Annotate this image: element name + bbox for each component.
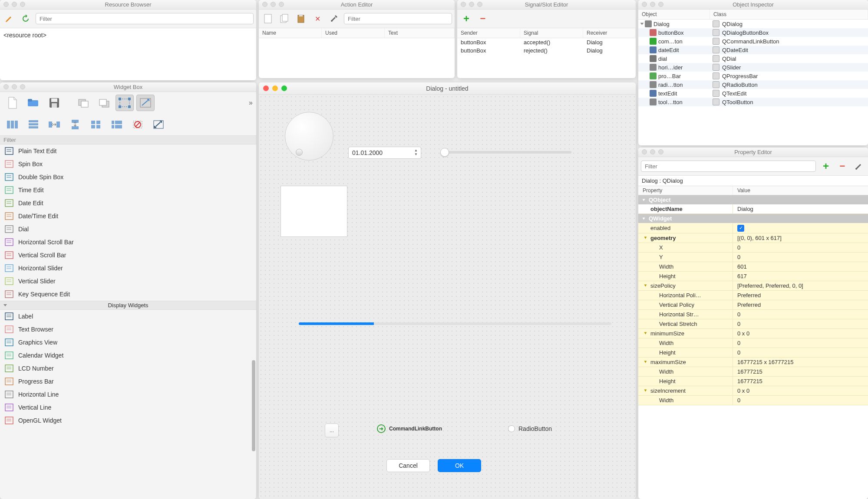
col-value[interactable]: Value [733, 186, 868, 195]
property-row[interactable]: Height16777215 [638, 377, 868, 386]
scrollbar-thumb[interactable] [252, 360, 255, 451]
adjust-size-icon[interactable] [149, 116, 168, 133]
progress-bar-widget[interactable] [299, 322, 611, 325]
property-row[interactable]: Vertical PolicyPreferred [638, 300, 868, 310]
layout-vertical-icon[interactable] [24, 116, 43, 133]
property-filter-input[interactable] [641, 161, 816, 172]
property-row[interactable]: Horizontal Str…0 [638, 310, 868, 319]
widget-item[interactable]: Horizontal Scroll Bar [0, 236, 256, 249]
window-traffic-lights[interactable] [262, 2, 284, 7]
col-receiver[interactable]: Receiver [583, 28, 636, 38]
widget-item[interactable]: Label [0, 310, 256, 323]
widget-item[interactable]: Plain Text Edit [0, 144, 256, 158]
object-row[interactable]: textEditQTextEdit [638, 89, 868, 98]
property-row[interactable]: Vertical Stretch0 [638, 319, 868, 329]
window-traffic-lights[interactable] [3, 2, 25, 7]
property-row[interactable]: Horizontal Poli…Preferred [638, 291, 868, 300]
col-sender[interactable]: Sender [457, 28, 520, 38]
widget-item[interactable]: OpenGL Widget [0, 414, 256, 427]
property-row[interactable]: Width16777215 [638, 367, 868, 377]
widget-item[interactable]: Progress Bar [0, 375, 256, 388]
window-traffic-lights[interactable] [3, 84, 25, 89]
object-row[interactable]: buttonBoxQDialogButtonBox [638, 28, 868, 37]
window-traffic-lights[interactable] [461, 2, 482, 7]
overflow-chevron-icon[interactable]: » [249, 99, 253, 107]
group-qobject[interactable]: QObject [638, 195, 868, 204]
delete-action-icon[interactable]: ✕ [311, 12, 324, 25]
refresh-icon[interactable] [19, 12, 32, 25]
stack-back-icon[interactable] [74, 95, 92, 111]
slider-thumb[interactable] [440, 148, 449, 157]
form-surface[interactable]: 01.01.2000 ▲▼ ... ➜ CommandLinkButton Ra… [259, 95, 636, 499]
remove-connection-icon[interactable]: − [476, 12, 489, 25]
ok-button[interactable]: OK [438, 459, 481, 472]
col-name[interactable]: Name [259, 28, 322, 38]
widget-item[interactable]: Date/Time Edit [0, 210, 256, 223]
remove-dynamic-property-icon[interactable]: − [836, 160, 849, 173]
property-row[interactable]: sizePolicy[Preferred, Preferred, 0, 0] [638, 281, 868, 291]
widget-item[interactable]: Key Sequence Edit [0, 288, 256, 301]
property-row[interactable]: Y0 [638, 253, 868, 262]
object-row[interactable]: hori…iderQSlider [638, 63, 868, 72]
widget-item[interactable]: Time Edit [0, 184, 256, 197]
date-stepper[interactable]: ▲▼ [413, 148, 419, 156]
property-row[interactable]: Width0 [638, 338, 868, 348]
radio-button-widget[interactable]: RadioButton [508, 425, 552, 432]
break-layout-icon[interactable] [129, 116, 147, 133]
text-edit-widget[interactable] [281, 186, 347, 237]
object-row[interactable]: radi…ttonQRadioButton [638, 80, 868, 89]
layout-form-icon[interactable] [108, 116, 126, 133]
configure-icon[interactable] [852, 160, 865, 173]
object-row[interactable]: com…tonQCommandLinkButton [638, 37, 868, 46]
group-qwidget[interactable]: QWidget [638, 214, 868, 223]
window-traffic-lights[interactable] [642, 2, 663, 7]
property-row[interactable]: Width0 [638, 396, 868, 405]
widget-item[interactable]: Dial [0, 223, 256, 236]
widget-item[interactable]: Vertical Slider [0, 275, 256, 288]
property-row[interactable]: sizeIncrement0 x 0 [638, 386, 868, 396]
col-text[interactable]: Text [385, 28, 455, 38]
property-row[interactable]: Width601 [638, 262, 868, 272]
widget-item[interactable]: LCD Number [0, 362, 256, 375]
paste-action-icon[interactable] [294, 12, 307, 25]
property-row[interactable]: X0 [638, 243, 868, 253]
widget-item[interactable]: Graphics View [0, 336, 256, 349]
widget-item[interactable]: Vertical Scroll Bar [0, 249, 256, 262]
date-edit-widget[interactable]: 01.01.2000 ▲▼ [348, 147, 421, 159]
layout-vert-splitter-icon[interactable] [66, 116, 84, 133]
window-traffic-lights[interactable] [642, 149, 663, 154]
stack-front-icon[interactable] [95, 95, 113, 111]
col-object[interactable]: Object [638, 10, 710, 19]
object-row[interactable]: DialogQDialog [638, 20, 868, 28]
widget-item[interactable]: Vertical Line [0, 401, 256, 414]
object-row[interactable]: dateEditQDateEdit [638, 46, 868, 54]
layout-grid-icon[interactable] [87, 116, 105, 133]
command-link-button-widget[interactable]: ➜ CommandLinkButton [377, 424, 442, 433]
widget-item[interactable]: Horizontal Slider [0, 262, 256, 275]
signal-row[interactable]: buttonBoxrejected()Dialog [457, 46, 636, 55]
checkbox-icon[interactable]: ✓ [737, 225, 744, 232]
widget-filter-label[interactable]: Filter [0, 135, 256, 144]
widget-item[interactable]: Date Edit [0, 197, 256, 210]
window-traffic-lights[interactable] [263, 85, 287, 91]
cancel-button[interactable]: Cancel [386, 459, 430, 472]
edit-signals-icon[interactable] [136, 95, 155, 111]
property-row[interactable]: enabled✓ [638, 223, 868, 233]
save-icon[interactable] [45, 95, 63, 111]
object-row[interactable]: dialQDial [638, 54, 868, 63]
copy-action-icon[interactable] [278, 12, 291, 25]
col-class[interactable]: Class [710, 10, 868, 19]
layout-horiz-splitter-icon[interactable] [45, 116, 63, 133]
display-widgets-section[interactable]: Display Widgets [0, 301, 256, 310]
add-dynamic-property-icon[interactable]: + [819, 160, 832, 173]
open-icon[interactable] [24, 95, 43, 111]
resource-filter-input[interactable] [36, 13, 254, 24]
widget-item[interactable]: Text Browser [0, 323, 256, 336]
configure-icon[interactable] [327, 12, 340, 25]
object-row[interactable]: pro…BarQProgressBar [638, 72, 868, 80]
col-signal[interactable]: Signal [520, 28, 583, 38]
object-row[interactable]: tool…ttonQToolButton [638, 98, 868, 106]
resource-root-label[interactable]: <resource root> [3, 32, 46, 39]
edit-widgets-icon[interactable] [116, 95, 134, 111]
property-row[interactable]: minimumSize0 x 0 [638, 329, 868, 338]
